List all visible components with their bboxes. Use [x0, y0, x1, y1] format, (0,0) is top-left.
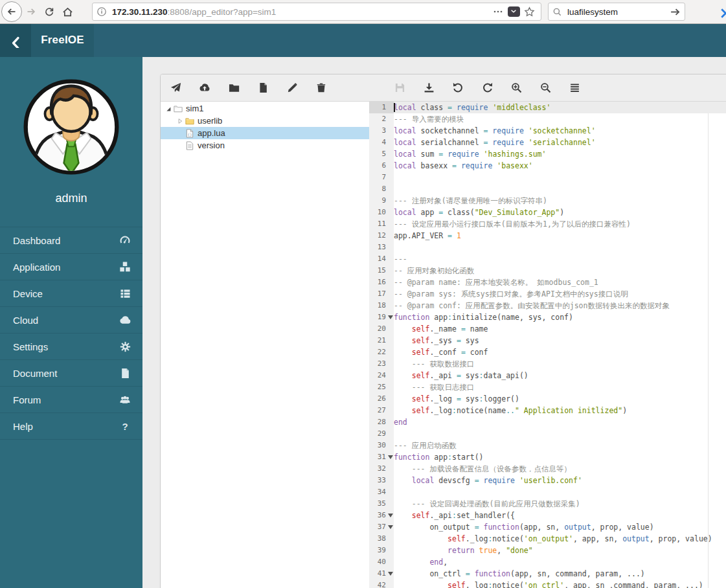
file-list-button[interactable] — [566, 80, 583, 96]
code-line: return true, "done" — [394, 545, 726, 556]
app-header: FreeIOE — [0, 23, 726, 57]
sidebar-menu: DashboardApplicationDeviceCloudSettingsD… — [0, 227, 142, 440]
code-line: app.API_VER = 1 — [394, 230, 726, 242]
code-line: local sum = require 'hashings.sum' — [394, 148, 726, 160]
sidebar-item-forum[interactable]: Forum — [0, 386, 142, 413]
fold-toggle-icon[interactable] — [388, 455, 393, 459]
gutter-line-number: 20 — [369, 323, 394, 335]
search-input[interactable] — [566, 6, 670, 17]
avatar — [22, 78, 120, 176]
sidebar-item-cloud[interactable]: Cloud — [0, 306, 142, 333]
browser-home-button[interactable] — [58, 3, 76, 21]
fold-toggle-icon[interactable] — [388, 525, 393, 529]
code-line: local app = class("Dev_Simulator_App") — [394, 207, 726, 218]
clipped-bookmarks-icon[interactable] — [721, 4, 726, 19]
gutter-line-number: 31 — [369, 451, 394, 463]
undo-button[interactable] — [449, 80, 466, 96]
search-bar[interactable] — [548, 3, 685, 21]
users-icon — [119, 394, 131, 405]
folder-gray-icon — [173, 104, 183, 113]
code-line — [394, 242, 726, 253]
new-file-button[interactable] — [255, 80, 271, 96]
folder-yellow-icon — [185, 116, 194, 126]
editor-panel-body: sim1userlib{}app.luaversion 123456789101… — [161, 102, 726, 588]
redo-button[interactable] — [479, 80, 495, 96]
code-line: --- 获取日志接口 — [394, 381, 726, 393]
bookmark-star-icon[interactable] — [521, 4, 537, 19]
page-actions-overflow-icon[interactable] — [490, 4, 506, 19]
sidebar-item-dashboard[interactable]: Dashboard — [0, 227, 142, 253]
fold-toggle-icon[interactable] — [388, 315, 393, 319]
cloud-upload-button[interactable] — [196, 80, 213, 96]
tree-item-sim1[interactable]: sim1 — [161, 102, 369, 115]
browser-back-button[interactable] — [1, 1, 22, 22]
editor-gutter: 1234567891011121314151617181920212223242… — [369, 102, 394, 588]
sidebar-item-application[interactable]: Application — [0, 253, 142, 280]
code-line: self._api:set_handler({ — [394, 510, 726, 521]
tree-expander-collapsed-icon[interactable] — [175, 116, 185, 126]
fold-toggle-icon[interactable] — [388, 514, 393, 517]
sidebar-item-settings[interactable]: Settings — [0, 333, 142, 359]
zoom-in-button[interactable] — [508, 80, 525, 96]
gutter-line-number: 35 — [369, 498, 394, 510]
code-line — [394, 428, 726, 440]
cloud-icon — [119, 314, 131, 326]
tree-item-label: version — [198, 141, 225, 150]
rename-button[interactable] — [284, 80, 301, 96]
code-line: function app:start() — [394, 451, 726, 463]
url-bar[interactable]: 172.30.11.230:8808/app_editor?app=sim1 — [92, 3, 541, 21]
tree-item-label: sim1 — [186, 104, 203, 113]
sidebar-item-device[interactable]: Device — [0, 280, 142, 306]
sidebar-item-document[interactable]: Document — [0, 359, 142, 386]
url-host: 172.30.11.230 — [112, 7, 168, 17]
search-go-icon[interactable] — [670, 6, 681, 17]
site-info-icon[interactable] — [96, 6, 107, 17]
new-folder-button[interactable] — [225, 80, 242, 96]
gear-icon — [119, 341, 131, 352]
sidebar-item-help[interactable]: Help? — [0, 413, 142, 440]
tree-item-version[interactable]: version — [161, 139, 369, 152]
send-button[interactable] — [167, 80, 184, 96]
sidebar-item-label: Device — [13, 288, 43, 299]
paper-plane-icon — [170, 82, 181, 93]
gutter-line-number: 27 — [369, 405, 394, 416]
code-line: self._name = name — [394, 323, 726, 335]
code-line: function app:initialize(name, sys, conf) — [394, 311, 726, 323]
save-button[interactable] — [391, 80, 408, 96]
code-line: --- 导入需要的模块 — [394, 113, 726, 125]
zoom-out-button[interactable] — [537, 80, 554, 96]
code-line — [394, 172, 726, 183]
pencil-icon — [287, 82, 298, 93]
cubes-icon — [119, 261, 131, 273]
pocket-icon[interactable] — [506, 4, 521, 19]
gutter-line-number: 23 — [369, 358, 394, 370]
gutter-line-number: 2 — [369, 113, 394, 125]
sidebar-item-label: Application — [13, 262, 60, 273]
username-label: admin — [0, 192, 142, 205]
gutter-line-number: 12 — [369, 230, 394, 242]
browser-forward-button[interactable] — [22, 3, 40, 21]
app-brand[interactable]: FreeIOE — [31, 23, 94, 57]
zoom-in-icon — [511, 82, 522, 93]
trash-icon — [316, 82, 326, 93]
file-lines-icon — [185, 141, 194, 150]
file-code-icon: {} — [185, 128, 194, 138]
download-button[interactable] — [420, 80, 437, 96]
browser-reload-button[interactable] — [40, 3, 58, 21]
tree-item-label: app.lua — [198, 128, 225, 138]
gutter-line-number: 5 — [369, 148, 394, 160]
tree-item-app-lua[interactable]: {}app.lua — [161, 127, 369, 139]
delete-button[interactable] — [313, 80, 330, 96]
code-area[interactable]: local class = require 'middleclass'--- 导… — [394, 102, 726, 588]
code-line: on_ctrl = function(app, sn, command, par… — [394, 568, 726, 580]
browser-toolbar: 172.30.11.230:8808/app_editor?app=sim1 — [0, 0, 726, 24]
gutter-line-number: 10 — [369, 207, 394, 218]
app-back-button[interactable] — [0, 23, 31, 57]
fold-toggle-icon[interactable] — [388, 572, 393, 576]
tree-item-userlib[interactable]: userlib — [161, 115, 369, 127]
gutter-line-number: 29 — [369, 428, 394, 440]
tachometer-icon — [119, 234, 131, 246]
gutter-line-number: 37 — [369, 521, 394, 533]
tree-expander-expanded-icon[interactable] — [163, 104, 173, 113]
code-editor: 1234567891011121314151617181920212223242… — [369, 102, 726, 588]
